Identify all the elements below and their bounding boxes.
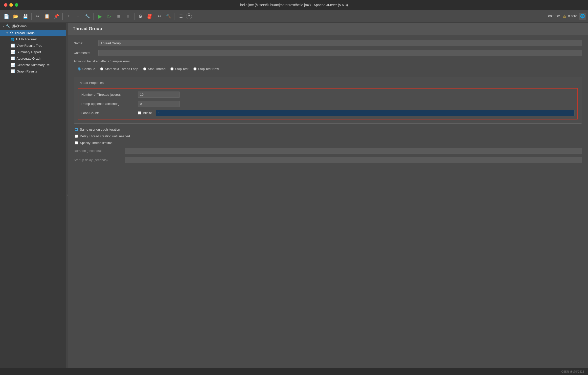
panel-title: Thread Group	[73, 26, 102, 31]
form-area: Name: Comments: Action to be taken after…	[68, 35, 588, 171]
sidebar-item-summary-report[interactable]: 📊 Summary Report	[0, 49, 66, 55]
open-button[interactable]: 📂	[11, 12, 20, 21]
shutdown-button[interactable]: ⏹	[124, 12, 133, 21]
minimize-button[interactable]	[9, 3, 13, 7]
ramp-up-input[interactable]	[138, 101, 180, 107]
close-button[interactable]	[4, 3, 7, 7]
add-button[interactable]: +	[64, 12, 73, 21]
toolbar-separator-4	[134, 13, 135, 20]
functions-icon[interactable]: ✂	[155, 12, 164, 21]
radio-stop-thread[interactable]: Stop Thread	[143, 67, 165, 71]
stop-button[interactable]: ⏹	[114, 12, 123, 21]
num-threads-label: Number of Threads (users):	[81, 93, 136, 96]
remove-button[interactable]: −	[74, 12, 83, 21]
save-button[interactable]: 💾	[21, 12, 30, 21]
duration-label: Duration (seconds):	[74, 149, 123, 153]
startup-delay-label: Startup delay (seconds):	[74, 158, 123, 162]
radio-stop-thread-input[interactable]	[143, 67, 146, 70]
same-user-row: Same user on each iteration	[74, 128, 582, 131]
radio-start-next-label: Start Next Thread Loop	[105, 67, 138, 71]
search-icon[interactable]: 🔨	[164, 12, 173, 21]
radio-stop-test[interactable]: Stop Test	[170, 67, 188, 71]
startup-delay-row: Startup delay (seconds):	[74, 157, 582, 163]
statusbar: CSDN @追梦2222	[0, 368, 588, 375]
radio-stop-test-now[interactable]: Stop Test Now	[193, 67, 219, 71]
same-user-checkbox[interactable]	[75, 128, 78, 131]
specify-lifetime-checkbox[interactable]	[75, 141, 78, 144]
toolbar-right: 00:00:01 ⚠ 0 0/10 🌐	[548, 13, 586, 20]
sidebar-item-test-plan[interactable]: ▼ 🔧 测试Demo	[0, 23, 66, 30]
settings-button[interactable]: 🔧	[83, 12, 92, 21]
copy-button[interactable]: 📋	[43, 12, 51, 21]
num-threads-input[interactable]	[138, 92, 180, 98]
delay-thread-checkbox[interactable]	[75, 135, 78, 138]
http-request-icon: 🌐	[11, 38, 15, 41]
specify-lifetime-label: Specify Thread lifetime	[80, 141, 113, 145]
sidebar-item-aggregate-graph[interactable]: 📊 Aggregate Graph	[0, 55, 66, 62]
expand-arrow: ▼	[2, 25, 4, 28]
radio-start-next[interactable]: Start Next Thread Loop	[100, 67, 138, 71]
ramp-up-row: Ramp-up period (seconds):	[81, 101, 574, 107]
sidebar-item-label: 测试Demo	[12, 24, 27, 28]
language-button[interactable]: 🌐	[579, 13, 586, 20]
radio-continue-label: Continue	[82, 67, 95, 71]
log-viewer-icon[interactable]: ☰	[177, 12, 185, 21]
sidebar-item-http-request[interactable]: 🌐 HTTP Request	[0, 36, 66, 42]
templates-icon[interactable]: 🎒	[145, 12, 154, 21]
name-label: Name:	[74, 41, 98, 45]
thread-properties-title: Thread Properties	[78, 81, 578, 85]
sidebar-item-label-gs: Generate Summary Re	[17, 63, 50, 67]
sidebar-item-label-gr: Graph Results	[17, 70, 37, 73]
thread-props-box: Number of Threads (users): Ramp-up perio…	[78, 88, 578, 119]
paste-button[interactable]: 📌	[52, 12, 61, 21]
tools-icon[interactable]: ⚙	[136, 12, 145, 21]
comments-input[interactable]	[98, 50, 582, 56]
duration-row: Duration (seconds):	[74, 148, 582, 154]
radio-stop-test-now-label: Stop Test Now	[198, 67, 219, 71]
toolbar-separator-2	[62, 13, 63, 20]
radio-continue[interactable]: Continue	[78, 67, 95, 71]
delay-thread-label: Delay Thread creation until needed	[80, 134, 130, 138]
thread-properties-section: Thread Properties Number of Threads (use…	[74, 77, 582, 124]
infinite-checkbox[interactable]	[138, 111, 141, 115]
test-plan-icon: 🔧	[6, 24, 10, 28]
new-button[interactable]: 📄	[2, 12, 11, 21]
sidebar-item-thread-group[interactable]: ▼ ⚙ Thread Group	[0, 30, 66, 36]
loop-count-label: Loop Count:	[81, 111, 136, 115]
loop-count-input[interactable]	[156, 110, 574, 116]
radio-stop-thread-label: Stop Thread	[148, 67, 165, 71]
comments-row: Comments:	[74, 50, 582, 56]
sidebar-item-label-tg: Thread Group	[15, 31, 35, 35]
loop-count-row: Loop Count: Infinite	[81, 110, 574, 116]
sidebar-item-view-results-tree[interactable]: 📊 View Results Tree	[0, 42, 66, 49]
radio-start-next-input[interactable]	[100, 67, 103, 70]
name-input[interactable]	[98, 40, 582, 46]
comments-label: Comments:	[74, 51, 98, 55]
startup-delay-input[interactable]	[125, 157, 582, 163]
warning-icon: ⚠	[563, 14, 566, 19]
panel-header: Thread Group	[68, 23, 588, 35]
radio-continue-input[interactable]	[78, 67, 81, 70]
radio-stop-test-label: Stop Test	[175, 67, 188, 71]
sidebar-item-graph-results[interactable]: 📊 Graph Results	[0, 68, 66, 74]
vrt-icon: 📊	[11, 44, 15, 47]
toolbar-separator-5	[175, 13, 175, 20]
radio-stop-test-now-input[interactable]	[193, 67, 197, 70]
toolbar-separator-1	[31, 13, 32, 20]
maximize-button[interactable]	[15, 3, 18, 7]
sr-icon: 📊	[11, 50, 15, 54]
toolbar-separator-3	[93, 13, 94, 20]
cut-button[interactable]: ✂	[33, 12, 42, 21]
loop-label-wrap: Infinite	[138, 111, 154, 115]
run-button[interactable]: ▶	[95, 12, 104, 21]
main-layout: ▼ 🔧 测试Demo ▼ ⚙ Thread Group 🌐 HTTP Reque…	[0, 23, 588, 368]
action-section-label: Action to be taken after a Sampler error	[74, 59, 582, 63]
sidebar-item-generate-summary[interactable]: 📊 Generate Summary Re	[0, 62, 66, 68]
run-no-pause-button[interactable]: ▷	[105, 12, 114, 21]
radio-stop-test-input[interactable]	[170, 67, 174, 70]
duration-input[interactable]	[125, 148, 582, 154]
help-icon[interactable]: ?	[186, 13, 192, 19]
ag-icon: 📊	[11, 56, 15, 60]
delay-thread-row: Delay Thread creation until needed	[74, 134, 582, 138]
window-title: hello.jmx (/Users/liuhuan/jmeterTest/hel…	[240, 3, 348, 7]
